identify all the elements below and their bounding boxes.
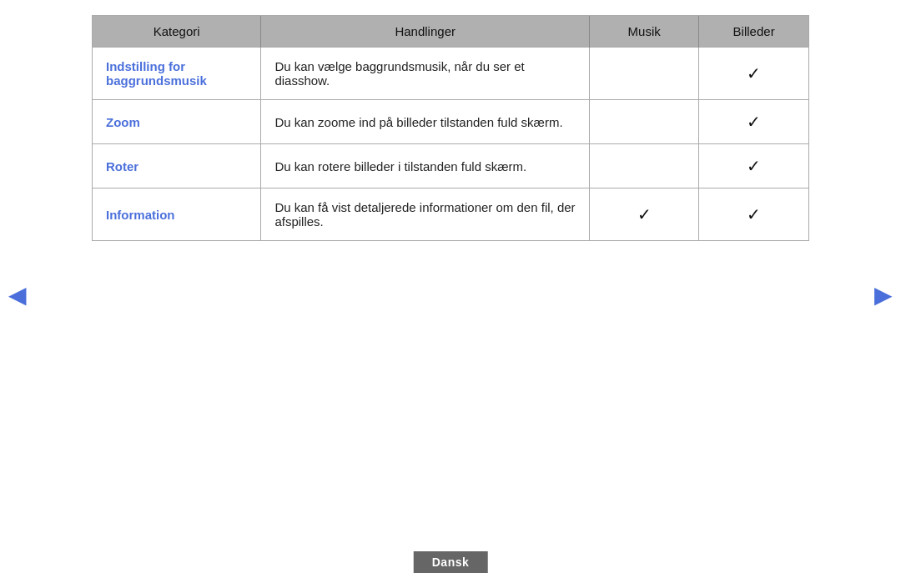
header-musik: Musik	[590, 16, 699, 48]
nav-arrow-left[interactable]: ◀	[8, 280, 27, 308]
page-wrapper: ◀ ▶ Kategori Handlinger Musik Billeder I…	[0, 0, 901, 588]
category-cell: Roter	[93, 144, 261, 188]
table-row: Indstilling for baggrundsmusikDu kan væl…	[93, 48, 808, 100]
feature-table: Kategori Handlinger Musik Billeder Indst…	[93, 16, 808, 240]
category-label: Indstilling for baggrundsmusik	[106, 59, 207, 88]
description-cell: Du kan få vist detaljerede informationer…	[261, 188, 590, 241]
header-billeder: Billeder	[699, 16, 808, 48]
musik-cell	[590, 48, 699, 100]
table-row: ZoomDu kan zoome ind på billeder tilstan…	[93, 100, 808, 144]
table-row: RoterDu kan rotere billeder i tilstanden…	[93, 144, 808, 188]
billeder-cell: ✓	[699, 144, 808, 188]
category-label: Roter	[106, 159, 138, 173]
description-cell: Du kan zoome ind på billeder tilstanden …	[261, 100, 590, 144]
billeder-cell: ✓	[699, 48, 808, 100]
category-cell: Information	[93, 188, 261, 241]
description-cell: Du kan vælge baggrundsmusik, når du ser …	[261, 48, 590, 100]
header-kategori: Kategori	[93, 16, 261, 48]
main-table-container: Kategori Handlinger Musik Billeder Indst…	[92, 15, 809, 241]
musik-cell	[590, 100, 699, 144]
nav-arrow-right[interactable]: ▶	[874, 280, 893, 308]
billeder-cell: ✓	[699, 188, 808, 241]
musik-cell	[590, 144, 699, 188]
category-cell: Zoom	[93, 100, 261, 144]
table-row: InformationDu kan få vist detaljerede in…	[93, 188, 808, 241]
category-label: Information	[106, 208, 175, 222]
header-handlinger: Handlinger	[261, 16, 590, 48]
category-cell: Indstilling for baggrundsmusik	[93, 48, 261, 100]
description-cell: Du kan rotere billeder i tilstanden fuld…	[261, 144, 590, 188]
language-bar: Dansk	[414, 551, 488, 573]
checkmark-billeder: ✓	[747, 113, 761, 131]
billeder-cell: ✓	[699, 100, 808, 144]
category-label: Zoom	[106, 115, 140, 129]
checkmark-billeder: ✓	[747, 157, 761, 175]
language-button[interactable]: Dansk	[414, 551, 488, 573]
checkmark-musik: ✓	[637, 205, 652, 224]
checkmark-billeder: ✓	[747, 205, 761, 224]
checkmark-billeder: ✓	[747, 64, 761, 83]
musik-cell: ✓	[590, 188, 699, 241]
table-header-row: Kategori Handlinger Musik Billeder	[93, 16, 808, 48]
